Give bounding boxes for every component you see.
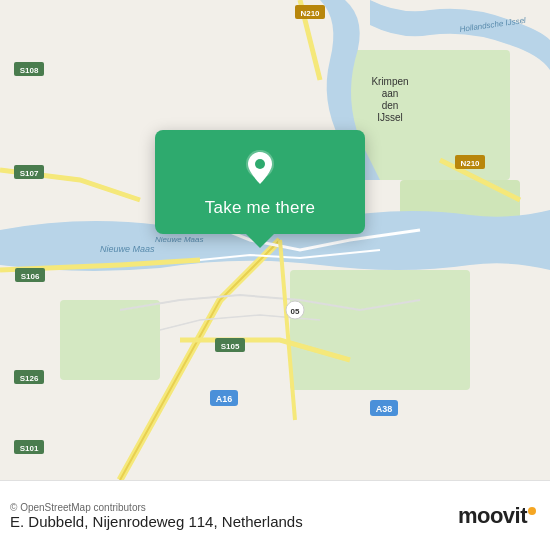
svg-point-36 bbox=[255, 159, 265, 169]
moovit-wordmark: moovit bbox=[458, 503, 527, 529]
svg-text:S108: S108 bbox=[20, 66, 39, 75]
svg-text:Krimpen: Krimpen bbox=[371, 76, 408, 87]
moovit-dot bbox=[528, 507, 536, 515]
footer: © OpenStreetMap contributors E. Dubbeld,… bbox=[0, 480, 550, 550]
attribution-text: © OpenStreetMap contributors bbox=[10, 502, 303, 513]
svg-rect-1 bbox=[290, 270, 470, 390]
svg-text:den: den bbox=[382, 100, 399, 111]
svg-text:IJssel: IJssel bbox=[377, 112, 403, 123]
svg-text:Nieuwe Maas: Nieuwe Maas bbox=[155, 235, 203, 244]
moovit-logo: moovit bbox=[458, 503, 536, 529]
svg-text:A16: A16 bbox=[216, 394, 233, 404]
svg-text:Nieuwe Maas: Nieuwe Maas bbox=[100, 244, 155, 254]
svg-text:N210: N210 bbox=[460, 159, 480, 168]
footer-text: © OpenStreetMap contributors E. Dubbeld,… bbox=[10, 502, 303, 530]
location-pin-icon bbox=[240, 148, 280, 188]
svg-text:A38: A38 bbox=[376, 404, 393, 414]
svg-rect-3 bbox=[350, 50, 510, 180]
svg-text:aan: aan bbox=[382, 88, 399, 99]
svg-text:S105: S105 bbox=[221, 342, 240, 351]
map-svg: A16 S106 S107 S108 S105 S126 S101 bbox=[0, 0, 550, 480]
navigation-popup[interactable]: Take me there bbox=[155, 130, 365, 234]
svg-text:S101: S101 bbox=[20, 444, 39, 453]
svg-text:S107: S107 bbox=[20, 169, 39, 178]
address-text: E. Dubbeld, Nijenrodeweg 114, Netherland… bbox=[10, 513, 303, 530]
svg-text:N210: N210 bbox=[300, 9, 320, 18]
svg-text:S106: S106 bbox=[21, 272, 40, 281]
take-me-there-label: Take me there bbox=[205, 198, 315, 218]
svg-text:05: 05 bbox=[291, 307, 300, 316]
app-container: A16 S106 S107 S108 S105 S126 S101 bbox=[0, 0, 550, 550]
svg-text:S126: S126 bbox=[20, 374, 39, 383]
map-view: A16 S106 S107 S108 S105 S126 S101 bbox=[0, 0, 550, 480]
svg-rect-2 bbox=[60, 300, 160, 380]
